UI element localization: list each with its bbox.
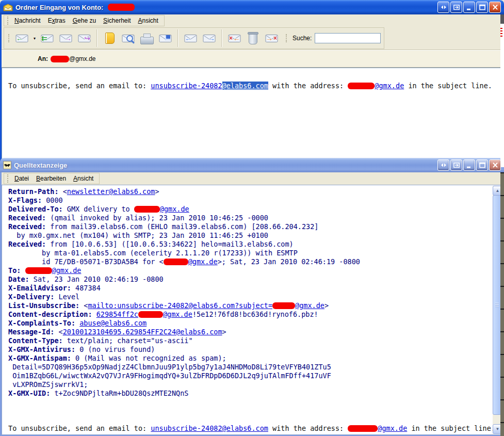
inbox-menubar: NachrichtExtrasGehe zuSicherheitAnsicht	[2, 14, 502, 27]
reply-all-button[interactable]: ⇇	[39, 29, 56, 47]
source-line: X-GMX-Antispam: 0 (Mail was not recogniz…	[8, 354, 486, 363]
window-title: Ordner Eingang von Konto:	[15, 4, 103, 11]
email-link[interactable]: mailto:unsubscribe-24082@elabs6.com?subj…	[88, 301, 272, 310]
previous-message-button[interactable]: ←	[182, 29, 199, 47]
menu-datei[interactable]: Datei	[11, 174, 32, 183]
detach-window-button[interactable]	[450, 2, 462, 13]
menu-ansicht[interactable]: Ansicht	[70, 174, 97, 183]
close-button[interactable]	[489, 159, 501, 171]
source-line: id 7E/DB-05071-B73DA5B4 for <@gmx.de>; S…	[8, 257, 486, 266]
email-link[interactable]: @gmx.de	[375, 82, 404, 90]
source-text: Received:	[8, 222, 46, 231]
message-body[interactable]: To unsubscribe, send an email to: unsubs…	[2, 68, 502, 173]
source-text: text/plain; charset="us-ascii"	[63, 336, 193, 345]
redacted-text	[134, 206, 160, 213]
source-line: X-EmailAdvisor: 487384	[8, 284, 486, 293]
menubar-grip[interactable]	[7, 174, 8, 183]
address-book-button[interactable]	[101, 29, 118, 47]
source-line: Message-Id: <20100123104695.629854FF2C24…	[8, 328, 486, 336]
delete-button[interactable]	[245, 29, 262, 47]
email-link[interactable]: @gmx.de	[295, 301, 324, 310]
source-text: X-EmailAdvisor:	[8, 284, 71, 292]
source-text: Return-Path:	[8, 187, 59, 196]
email-link[interactable]: @gmx.de	[52, 266, 82, 274]
source-text: X-GMX-Antispam:	[8, 354, 71, 362]
menu-sicherheit[interactable]: Sicherheit	[100, 16, 134, 25]
redacted-text	[272, 302, 295, 309]
search-label: Suche:	[292, 35, 312, 42]
source-text	[21, 266, 25, 274]
email-link[interactable]: 20100123104695.629854FF2C24@elabs6.com	[63, 328, 222, 336]
nav-arrows-button[interactable]	[437, 2, 449, 13]
reply-button[interactable]: ←	[13, 29, 30, 47]
redacted-text	[348, 83, 375, 89]
source-line: List-Unsubscribe: <mailto:unsubscribe-24…	[8, 301, 486, 310]
source-text: Oim1BZqbG6L/wiwctWxA2vQ7VJrA9FHogimqdYQ+…	[8, 372, 331, 380]
folder-envelope-icon	[3, 4, 13, 11]
source-text: vLXPROmZSjswrrkV1;	[8, 380, 88, 389]
source-text: t+Zoc9NDPjltaRm+bDU28QszMTE2NQnS	[50, 389, 188, 397]
source-text: (qmail invoked by alias); 23 Jan 2010 10…	[46, 214, 268, 222]
email-link[interactable]: newsletter@elabs6.com	[67, 187, 155, 196]
window-title: Quelltextanzeige	[14, 162, 67, 169]
source-line: Date: Sat, 23 Jan 2010 02:46:19 -0800	[8, 275, 486, 284]
source-text: 0 (Mail was not recognized as spam);	[71, 354, 226, 362]
email-link[interactable]: @gmx.de	[160, 205, 189, 213]
next-message-button[interactable]: →	[201, 29, 218, 47]
menu-gehe-zu[interactable]: Gehe zu	[69, 16, 100, 25]
minimize-button[interactable]	[463, 2, 475, 13]
maximize-button[interactable]	[476, 2, 488, 13]
source-text: 0000	[42, 196, 63, 204]
search-input[interactable]	[315, 33, 381, 43]
menu-extras[interactable]: Extras	[44, 16, 69, 25]
source-titlebar[interactable]: Quelltextanzeige	[0, 158, 504, 172]
source-line: Return-Path: <newsletter@elabs6.com>	[8, 187, 486, 196]
email-link[interactable]: 629854ff2c	[96, 310, 138, 318]
print-button[interactable]	[138, 29, 155, 47]
source-text: Detail=5D7Q89H36p5xOp9NadjzZ4ClbmnJuu9P1…	[8, 363, 331, 371]
source-text: Sat, 23 Jan 2010 02:46:19 -0800	[29, 275, 164, 283]
message-source-text[interactable]: Return-Path: <newsletter@elabs6.com>X-Fl…	[2, 185, 502, 433]
inbox-window-body: NachrichtExtrasGehe zuSicherheitAnsicht …	[0, 14, 504, 173]
menu-ansicht[interactable]: Ansicht	[134, 16, 161, 25]
menu-bearbeiten[interactable]: Bearbeiten	[32, 174, 70, 183]
maximize-button[interactable]	[476, 159, 488, 171]
source-text: by mx0.gmx.net (mx104) with SMTP; 23 Jan…	[8, 231, 268, 239]
source-text: Message-Id:	[8, 328, 54, 336]
source-line	[8, 398, 486, 407]
delete-and-previous-button[interactable]: ←×	[226, 29, 243, 47]
source-text: 0 (no virus found)	[75, 345, 155, 353]
minimize-button[interactable]	[463, 159, 475, 171]
email-link[interactable]: @gmx.de	[188, 257, 218, 266]
email-link[interactable]: @gmx.de	[163, 310, 192, 318]
source-text: Content-description:	[8, 310, 92, 318]
email-link[interactable]: @gmx.de	[378, 424, 407, 432]
redirect-button[interactable]: ↪	[76, 29, 93, 47]
source-text: To unsubscribe, send an email to:	[8, 424, 151, 432]
email-link[interactable]: abuse@elabs6.com	[79, 319, 147, 327]
menubar-grip[interactable]	[7, 17, 8, 25]
email-link[interactable]: unsubscribe-24082@elabs6.com	[151, 424, 268, 432]
source-text: by mta-01.elabs5.com (ecelerity 2.1.1.20…	[8, 249, 298, 257]
source-text: from mail39.elabs6.com (EHLO mail39.elab…	[46, 222, 318, 231]
close-button[interactable]	[489, 2, 501, 13]
email-link[interactable]: @elabs6.com	[222, 82, 268, 90]
source-content: Return-Path: <newsletter@elabs6.com>X-Fl…	[2, 185, 502, 435]
source-text: X-GMX-Antivirus:	[8, 345, 75, 353]
toolbar-grip[interactable]	[8, 34, 9, 42]
email-link[interactable]: unsubscribe-24082	[151, 82, 222, 90]
delete-and-next-button[interactable]: →×	[263, 29, 280, 47]
redacted-text	[348, 425, 378, 432]
redacted-text	[138, 311, 163, 318]
inbox-titlebar[interactable]: Ordner Eingang von Konto:	[0, 0, 504, 14]
detach-window-button[interactable]	[450, 159, 462, 171]
source-text: with the address:	[268, 82, 348, 90]
source-text: X-Delivery:	[8, 293, 54, 301]
reply-dropdown-arrow[interactable]: ▾	[32, 29, 37, 47]
save-message-button[interactable]	[157, 29, 174, 47]
find-in-message-button[interactable]	[120, 29, 137, 47]
forward-button[interactable]: →	[57, 29, 74, 47]
nav-arrows-button[interactable]	[437, 159, 449, 171]
menu-nachricht[interactable]: Nachricht	[11, 16, 44, 25]
search-grip[interactable]	[286, 34, 287, 42]
